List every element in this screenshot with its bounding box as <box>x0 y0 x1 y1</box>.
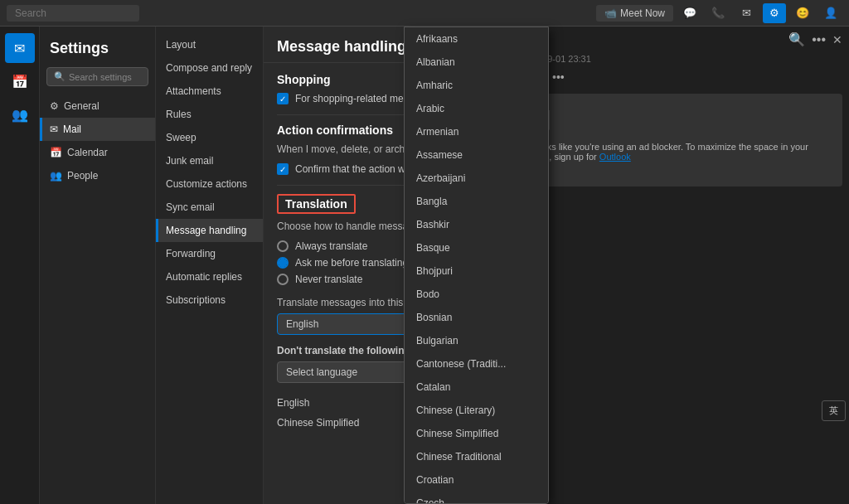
ad-panel: ⊞ It looks like you're using an ad block… <box>519 94 842 187</box>
radio-never-btn[interactable] <box>277 274 289 285</box>
subnav-message-handling[interactable]: Message handling <box>156 219 263 242</box>
zoom-icon[interactable]: 🔍 <box>788 32 805 47</box>
settings-nav-calendar[interactable]: 📅 Calendar <box>40 141 155 164</box>
lang-english-text: English <box>277 397 309 409</box>
lang-arabic[interactable]: Arabic <box>405 97 548 120</box>
mail-icon: ✉ <box>50 124 58 135</box>
lang-albanian[interactable]: Albanian <box>405 51 548 74</box>
radio-ask-label: Ask me before translating <box>295 257 408 269</box>
main-layout: ✉ 📅 👥 Settings 🔍 Search settings ⚙ Gener… <box>0 27 849 504</box>
lang-cantonese[interactable]: Cantonese (Traditi... <box>405 352 548 376</box>
shopping-checkbox[interactable]: ✓ <box>277 93 289 104</box>
radio-ask-btn[interactable] <box>277 257 289 269</box>
search-icon: 🔍 <box>54 71 65 82</box>
nav-people-icon[interactable]: 👥 <box>5 99 35 129</box>
lang-bodo[interactable]: Bodo <box>405 283 548 306</box>
email-actions: ↩ ↪ ••• <box>512 67 849 87</box>
lang-bangla[interactable]: Bangla <box>405 190 548 213</box>
subnav-sweep[interactable]: Sweep <box>156 126 263 149</box>
subnav-junk[interactable]: Junk email <box>156 149 263 172</box>
settings-icon[interactable]: ⚙ <box>763 3 786 23</box>
ad-link[interactable]: Outlook <box>599 152 631 162</box>
general-icon: ⚙ <box>50 100 59 112</box>
lang-assamese[interactable]: Assamese <box>405 143 548 167</box>
right-panel: ✕ 🔍 ••• 2023-09-01 23:31 ↩ ↪ ••• ⊞ It lo… <box>512 27 849 504</box>
subnav-compose[interactable]: Compose and reply <box>156 56 263 80</box>
radio-always-btn[interactable] <box>277 240 289 252</box>
camera-icon: 📹 <box>604 7 617 19</box>
email-action-bar: 🔍 ••• <box>512 27 849 51</box>
subnav-forwarding[interactable]: Forwarding <box>156 242 263 265</box>
settings-nav-general[interactable]: ⚙ General <box>40 94 155 118</box>
settings-nav-people[interactable]: 👥 People <box>40 164 155 187</box>
top-bar: 📹 Meet Now 💬 📞 ✉ ⚙ 😊 👤 <box>0 0 849 27</box>
nav-mail-icon[interactable]: ✉ <box>5 33 35 63</box>
lang-chinese-text: Chinese Simplified <box>277 417 359 429</box>
action-checkbox[interactable]: ✓ <box>277 163 289 175</box>
mail-settings-subnav: Layout Compose and reply Attachments Rul… <box>156 27 264 504</box>
top-bar-icons: 📹 Meet Now 💬 📞 ✉ ⚙ 😊 👤 <box>596 3 842 23</box>
lang-amharic[interactable]: Amharic <box>405 74 548 97</box>
subnav-attachments[interactable]: Attachments <box>156 80 263 103</box>
skype-icon[interactable]: 💬 <box>678 3 701 23</box>
lang-croatian[interactable]: Croatian <box>405 468 548 492</box>
phone-icon[interactable]: 📞 <box>706 3 730 23</box>
radio-never-label: Never translate <box>295 274 362 285</box>
top-search-input[interactable] <box>7 5 139 22</box>
settings-title: Settings <box>40 33 155 67</box>
lang-armenian[interactable]: Armenian <box>405 120 548 143</box>
lang-bashkir[interactable]: Bashkir <box>405 213 548 236</box>
lang-chinese-traditional[interactable]: Chinese Traditional <box>405 445 548 468</box>
email-date: 2023-09-01 23:31 <box>512 51 849 67</box>
settings-sidebar: Settings 🔍 Search settings ⚙ General ✉ M… <box>40 27 156 504</box>
language-dropdown-overlay[interactable]: Afrikaans Albanian Amharic Arabic Armeni… <box>404 27 549 504</box>
lang-chinese-literary[interactable]: Chinese (Literary) <box>405 399 548 422</box>
lang-afrikaans[interactable]: Afrikaans <box>405 27 548 51</box>
lang-bosnian[interactable]: Bosnian <box>405 306 548 329</box>
nav-sidebar: ✉ 📅 👥 <box>0 27 40 504</box>
lang-azerbaijani[interactable]: Azerbaijani <box>405 167 548 190</box>
radio-always-label: Always translate <box>295 240 367 252</box>
subnav-sync[interactable]: Sync email <box>156 196 263 219</box>
subnav-layout[interactable]: Layout <box>156 33 263 56</box>
emoji-icon[interactable]: 😊 <box>791 3 814 23</box>
settings-search[interactable]: 🔍 Search settings <box>46 67 148 86</box>
nav-calendar-icon[interactable]: 📅 <box>5 66 35 96</box>
ad-badge: Ad ⓘ <box>527 167 834 178</box>
translation-badge: Translation <box>277 194 356 214</box>
lang-catalan[interactable]: Catalan <box>405 376 548 399</box>
close-button[interactable]: ✕ <box>832 33 842 46</box>
more-actions-icon[interactable]: ••• <box>552 70 565 84</box>
lang-bulgarian[interactable]: Bulgarian <box>405 329 548 352</box>
lang-basque[interactable]: Basque <box>405 236 548 259</box>
compose-icon[interactable]: ✉ <box>735 3 758 23</box>
settings-nav-mail[interactable]: ✉ Mail <box>40 118 155 141</box>
lang-czech[interactable]: Czech <box>405 492 548 504</box>
user-icon[interactable]: 👤 <box>819 3 842 23</box>
more-icon[interactable]: ••• <box>812 32 826 47</box>
subnav-rules[interactable]: Rules <box>156 103 263 126</box>
outlook-logo-icon: ⊞ <box>527 102 834 137</box>
ad-text: It looks like you're using an ad blocker… <box>527 142 834 162</box>
subnav-auto-replies[interactable]: Automatic replies <box>156 265 263 288</box>
lang-chinese-simplified[interactable]: Chinese Simplified <box>405 422 548 445</box>
meet-now-button[interactable]: 📹 Meet Now <box>596 5 673 22</box>
select-placeholder-text: Select language <box>286 366 357 378</box>
people-icon: 👥 <box>50 170 62 182</box>
lang-bhojpuri[interactable]: Bhojpuri <box>405 259 548 283</box>
calendar-icon: 📅 <box>50 147 62 158</box>
subnav-subscriptions[interactable]: Subscriptions <box>156 288 263 312</box>
lang-badge: 英 <box>822 400 846 421</box>
selected-language-text: English <box>286 318 318 330</box>
subnav-customize[interactable]: Customize actions <box>156 172 263 196</box>
